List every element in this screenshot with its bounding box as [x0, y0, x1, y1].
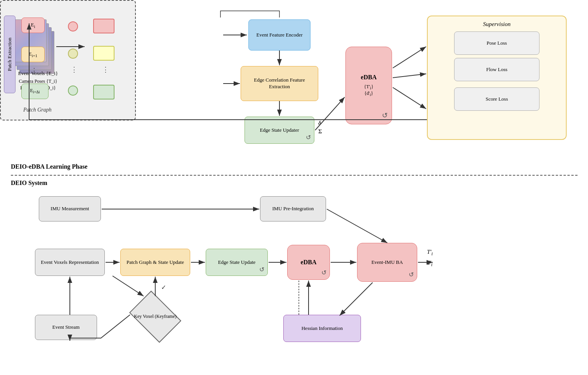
t-output-label: T'i: [427, 249, 433, 257]
section-divider: [11, 175, 578, 176]
event-imu-ba-box: Event-IMU BA ↺: [357, 243, 417, 282]
pose-loss-box: Pose Loss: [454, 31, 539, 55]
graph-node-3: [68, 85, 78, 96]
score-loss-box: Score Loss: [454, 87, 539, 111]
svg-line-11: [327, 209, 387, 243]
dots-circles: ⋮: [71, 65, 78, 74]
svg-line-9: [393, 87, 426, 109]
patch-graph-label: Patch Graph: [23, 107, 52, 113]
node-eidelta: Ei+Δi: [21, 84, 49, 99]
imu-preintegration-box: IMU Pre-Integration: [260, 196, 326, 222]
diagram-container: Event Voxels {E_i} Camera Poses {T_i} De…: [0, 0, 588, 375]
svg-line-18: [113, 276, 144, 296]
edge-state-updater: Edge State Updater ↺: [245, 117, 314, 144]
dots-patches: ⋮: [102, 65, 109, 74]
imu-measurement-box: IMU Measurement: [39, 196, 101, 222]
patch-rect-3: [93, 85, 114, 99]
svg-line-22: [340, 283, 373, 316]
patch-extraction-label: Patch Extraction: [4, 16, 16, 93]
event-voxels-repr-box: Event Voxels Representation: [35, 249, 105, 276]
edge-correlation-box: Edge Correlation Feature Extraction: [241, 66, 318, 101]
event-feature-encoder: Event Feature Encoder: [248, 19, 310, 51]
checkmark-label: ✓: [161, 284, 166, 291]
edge-state-update-box: Edge State Update ↺: [206, 249, 268, 276]
supervision-label: Supervision: [432, 21, 561, 28]
event-stream-box: Event Stream: [35, 315, 97, 340]
svg-line-7: [393, 47, 426, 68]
flow-loss-box: Flow Loss: [454, 58, 539, 81]
patch-graph-state-box: Patch Graph & State Update: [120, 249, 190, 276]
patch-rect-1: [93, 19, 114, 33]
edba-top: eDBA {T'i} {d'i} ↺: [345, 47, 392, 124]
svg-line-8: [393, 74, 426, 78]
top-section-label: DEIO-eDBA Learning Phase: [11, 163, 87, 170]
patch-rect-2: [93, 46, 114, 61]
graph-node-2: [68, 49, 78, 59]
key-voxel-diamond: Key Voxel (Keyframe): [130, 295, 180, 338]
d-output-label: d'i: [427, 260, 432, 268]
delta-label: δ: [318, 120, 321, 126]
edba-bottom: eDBA ↺: [287, 245, 330, 280]
node-ei1: Ei+1: [21, 47, 45, 62]
hessian-info-box: Hessian Information: [283, 315, 361, 342]
node-ei: Ei: [21, 17, 45, 33]
dots-middle: ⋮: [30, 66, 38, 75]
graph-node-1: [68, 21, 78, 31]
bottom-section-label: DEIO System: [11, 180, 47, 187]
sigma-label: Σ: [318, 128, 322, 135]
supervision-box: Supervision Pose Loss Flow Loss Score Lo…: [427, 16, 567, 140]
